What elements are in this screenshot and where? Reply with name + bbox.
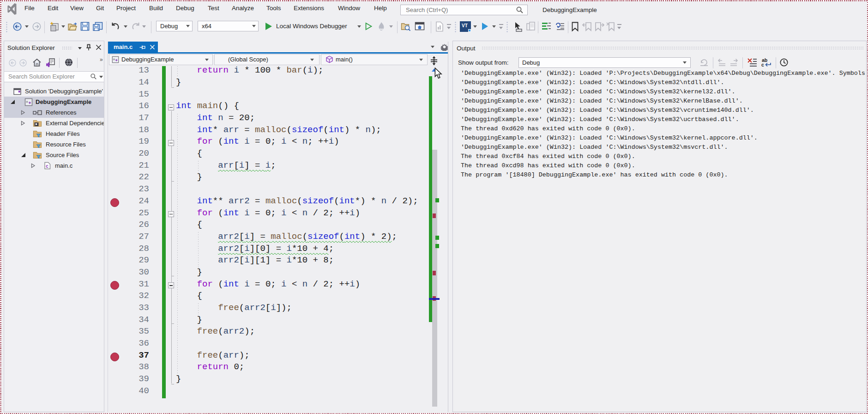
svg-text:c: c [761,62,764,67]
svg-text:c: c [46,164,48,169]
